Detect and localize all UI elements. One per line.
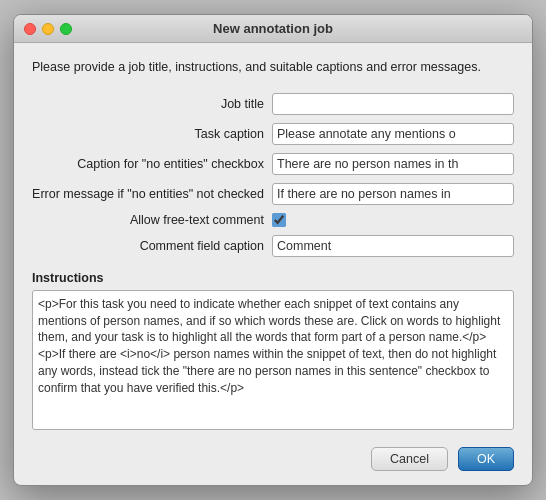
job-title-input[interactable] [272,93,514,115]
instructions-textarea[interactable]: <p>For this task you need to indicate wh… [32,290,514,430]
close-button[interactable] [24,23,36,35]
form-row-task-caption: Task caption [32,123,514,145]
intro-text: Please provide a job title, instructions… [32,59,514,77]
titlebar: New annotation job [14,15,532,43]
cancel-button[interactable]: Cancel [371,447,448,471]
job-title-label: Job title [32,97,272,111]
dialog-window: New annotation job Please provide a job … [13,14,533,486]
task-caption-input[interactable] [272,123,514,145]
form-row-comment-caption: Comment field caption [32,235,514,257]
dialog-content: Please provide a job title, instructions… [14,43,532,485]
window-title: New annotation job [213,21,333,36]
no-entities-caption-label: Caption for "no entities" checkbox [32,157,272,171]
comment-caption-input[interactable] [272,235,514,257]
form-row-allow-comment: Allow free-text comment [32,213,514,227]
comment-caption-label: Comment field caption [32,239,272,253]
form-row-no-entities-error: Error message if "no entities" not check… [32,183,514,205]
button-row: Cancel OK [32,447,514,471]
allow-comment-checkbox-wrapper [272,213,286,227]
allow-comment-checkbox[interactable] [272,213,286,227]
ok-button[interactable]: OK [458,447,514,471]
form-row-no-entities-caption: Caption for "no entities" checkbox [32,153,514,175]
no-entities-error-label: Error message if "no entities" not check… [32,187,272,201]
traffic-lights [24,23,72,35]
instructions-label: Instructions [32,271,514,285]
no-entities-caption-input[interactable] [272,153,514,175]
form-rows: Job title Task caption Caption for "no e… [32,93,514,257]
instructions-section: Instructions <p>For this task you need t… [32,271,514,433]
maximize-button[interactable] [60,23,72,35]
minimize-button[interactable] [42,23,54,35]
no-entities-error-input[interactable] [272,183,514,205]
task-caption-label: Task caption [32,127,272,141]
form-row-job-title: Job title [32,93,514,115]
allow-comment-label: Allow free-text comment [32,213,272,227]
